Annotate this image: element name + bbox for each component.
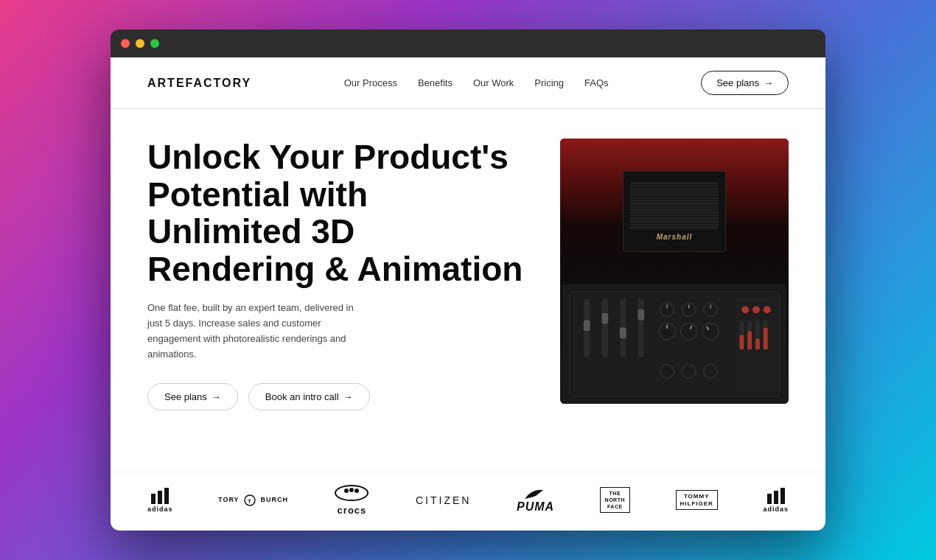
hero-buttons: See plans → Book an intro call → bbox=[147, 383, 531, 410]
crocs-icon bbox=[333, 484, 370, 505]
svg-rect-5 bbox=[602, 313, 608, 323]
svg-point-43 bbox=[684, 366, 694, 377]
see-plans-button[interactable]: See plans → bbox=[147, 383, 238, 410]
minimize-button[interactable] bbox=[136, 39, 144, 48]
speaker-grille bbox=[630, 182, 719, 230]
nav-benefits[interactable]: Benefits bbox=[418, 77, 453, 88]
stripe3b bbox=[780, 488, 785, 504]
svg-point-51 bbox=[355, 489, 359, 493]
adidas-text-1: adidas bbox=[147, 505, 173, 513]
svg-point-50 bbox=[349, 488, 354, 492]
adidas-text-2: adidas bbox=[763, 505, 789, 513]
svg-rect-4 bbox=[602, 299, 608, 357]
mac-window: ARTEFACTORY Our Process Benefits Our Wor… bbox=[111, 29, 825, 531]
mixer-svg bbox=[560, 284, 789, 404]
stripe2 bbox=[158, 491, 162, 504]
svg-point-29 bbox=[741, 306, 749, 313]
nav-faqs[interactable]: FAQs bbox=[584, 77, 609, 88]
svg-point-31 bbox=[764, 306, 771, 313]
adidas-logo-1: adidas bbox=[147, 488, 173, 513]
speaker-image: Marshall bbox=[560, 139, 789, 284]
nav-our-process[interactable]: Our Process bbox=[344, 77, 397, 88]
brand-tory-burch: TORY T BURCH bbox=[218, 494, 288, 506]
stripe2b bbox=[774, 491, 778, 504]
svg-rect-33 bbox=[739, 335, 744, 350]
stripe3 bbox=[164, 488, 169, 504]
adidas-stripes-2 bbox=[767, 488, 785, 504]
svg-rect-3 bbox=[584, 321, 590, 331]
hero-right: Marshall bbox=[560, 139, 789, 457]
svg-rect-9 bbox=[638, 309, 644, 320]
brand-crocs: crocs bbox=[333, 484, 370, 516]
svg-point-30 bbox=[752, 306, 760, 313]
hero-subtitle: One flat fee, built by an expert team, d… bbox=[147, 301, 369, 362]
svg-point-26 bbox=[704, 325, 717, 338]
mixer-image bbox=[560, 284, 789, 404]
tommy-hilfiger-text: TOMMYHILFIGER bbox=[676, 490, 718, 510]
speaker-body: Marshall bbox=[623, 171, 726, 252]
svg-rect-7 bbox=[620, 328, 626, 338]
title-bar bbox=[111, 29, 825, 57]
puma-text: PUMA bbox=[517, 500, 554, 514]
svg-point-41 bbox=[662, 366, 672, 377]
brand-citizen: CITIZEN bbox=[416, 494, 471, 506]
brand-tommy-hilfiger: TOMMYHILFIGER bbox=[676, 490, 718, 510]
north-face-text: THENORTHFACE bbox=[600, 487, 630, 513]
brand-adidas-1: adidas bbox=[147, 488, 173, 513]
svg-rect-37 bbox=[755, 339, 760, 350]
brand-adidas-2: adidas bbox=[763, 488, 789, 513]
nav-see-plans-button[interactable]: See plans → bbox=[701, 71, 789, 95]
nav: ARTEFACTORY Our Process Benefits Our Wor… bbox=[111, 57, 825, 109]
adidas-logo-2: adidas bbox=[763, 488, 789, 513]
close-button[interactable] bbox=[121, 39, 130, 48]
svg-rect-35 bbox=[747, 332, 752, 350]
book-intro-call-button[interactable]: Book an intro call → bbox=[248, 383, 370, 410]
brand-puma: PUMA bbox=[517, 487, 554, 514]
hero-title: Unlock Your Product's Potential with Unl… bbox=[147, 139, 531, 287]
logo: ARTEFACTORY bbox=[147, 77, 251, 90]
maximize-button[interactable] bbox=[150, 39, 159, 48]
nav-links: Our Process Benefits Our Work Pricing FA… bbox=[344, 77, 609, 88]
svg-point-45 bbox=[705, 366, 716, 377]
svg-point-49 bbox=[344, 489, 349, 493]
brand-north-face: THENORTHFACE bbox=[600, 487, 630, 513]
tory-burch-logo: TORY T BURCH bbox=[218, 494, 288, 506]
svg-rect-39 bbox=[764, 328, 768, 349]
adidas-stripes-1 bbox=[151, 488, 169, 504]
citizen-text: CITIZEN bbox=[416, 494, 471, 506]
tory-burch-icon: T bbox=[244, 494, 256, 506]
svg-point-23 bbox=[682, 325, 696, 338]
main-hero: Unlock Your Product's Potential with Unl… bbox=[111, 109, 825, 472]
crocs-text: crocs bbox=[338, 505, 367, 516]
brands-section: adidas TORY T BURCH bbox=[111, 472, 825, 531]
hero-left: Unlock Your Product's Potential with Unl… bbox=[147, 139, 531, 457]
speaker-brand-logo: Marshall bbox=[657, 233, 693, 241]
nav-our-work[interactable]: Our Work bbox=[473, 77, 514, 88]
stripe1b bbox=[767, 494, 772, 504]
browser-content: ARTEFACTORY Our Process Benefits Our Wor… bbox=[111, 57, 825, 531]
svg-rect-8 bbox=[638, 299, 644, 357]
puma-icon bbox=[521, 487, 551, 500]
stripe1 bbox=[151, 494, 156, 504]
nav-pricing[interactable]: Pricing bbox=[534, 77, 564, 88]
product-image: Marshall bbox=[560, 139, 789, 404]
svg-text:T: T bbox=[248, 498, 252, 505]
